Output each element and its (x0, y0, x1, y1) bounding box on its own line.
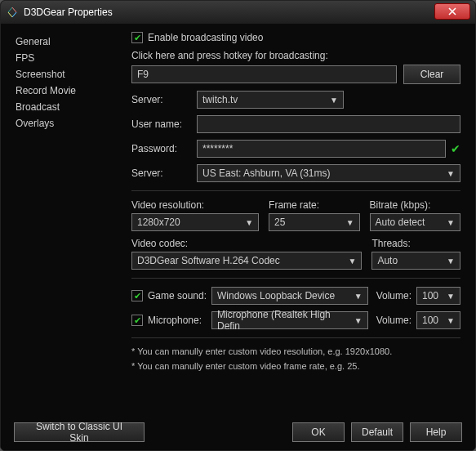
video-codec-select[interactable]: D3DGear Software H.264 Codec▼ (131, 252, 362, 270)
threads-label: Threads: (371, 238, 460, 249)
ok-button[interactable]: OK (292, 422, 345, 442)
hotkey-input[interactable] (131, 65, 397, 83)
video-resolution-select[interactable]: 1280x720▼ (131, 213, 259, 231)
username-label: User name: (131, 118, 197, 130)
app-icon (6, 6, 19, 19)
server-region-select[interactable]: US East: Ashburn, VA (31ms)▼ (197, 164, 460, 182)
game-sound-checkbox[interactable] (131, 290, 143, 301)
sidebar-item-broadcast[interactable]: Broadcast (16, 99, 123, 115)
bitrate-label: Bitrate (kbps): (370, 199, 460, 211)
server-select[interactable]: twitch.tv▼ (197, 91, 344, 109)
microphone-device-select[interactable]: Microphone (Realtek High Defin▼ (211, 311, 368, 329)
sidebar-item-record-movie[interactable]: Record Movie (16, 83, 123, 99)
sidebar-item-screenshot[interactable]: Screenshot (16, 66, 123, 83)
server2-label: Server: (131, 167, 197, 179)
microphone-checkbox[interactable] (131, 315, 143, 326)
sidebar: General FPS Screenshot Record Movie Broa… (1, 24, 131, 414)
default-button[interactable]: Default (351, 422, 403, 442)
clear-button[interactable]: Clear (403, 65, 460, 84)
password-label: Password: (131, 143, 197, 154)
frame-rate-label: Frame rate: (269, 199, 359, 211)
chevron-down-icon: ▼ (447, 292, 455, 301)
mic-volume-label: Volume: (376, 315, 411, 326)
chevron-down-icon: ▼ (447, 257, 455, 266)
game-sound-label: Game sound: (148, 290, 211, 301)
password-valid-icon: ✔ (451, 142, 460, 155)
close-button[interactable] (434, 3, 470, 20)
note-framerate: * You can manully enter custom video fra… (131, 361, 460, 371)
chevron-down-icon: ▼ (447, 316, 455, 325)
username-input[interactable] (197, 115, 460, 133)
chevron-down-icon: ▼ (354, 292, 363, 301)
game-sound-device-select[interactable]: Windows Loopback Device▼ (211, 287, 368, 305)
window-title: D3DGear Properties (24, 7, 113, 18)
help-button[interactable]: Help (410, 422, 462, 442)
chevron-down-icon: ▼ (245, 218, 253, 227)
server-label: Server: (131, 94, 197, 105)
sidebar-item-fps[interactable]: FPS (16, 50, 123, 66)
video-codec-label: Video codec: (131, 238, 362, 249)
titlebar: D3DGear Properties (1, 1, 475, 24)
switch-skin-button[interactable]: Switch to Classic UI Skin (14, 422, 145, 442)
game-volume-label: Volume: (376, 290, 411, 301)
chevron-down-icon: ▼ (330, 96, 338, 105)
chevron-down-icon: ▼ (447, 218, 455, 227)
chevron-down-icon: ▼ (354, 316, 363, 325)
chevron-down-icon: ▼ (348, 257, 356, 266)
mic-volume-select[interactable]: 100▼ (416, 311, 460, 329)
video-resolution-label: Video resolution: (131, 199, 259, 211)
hotkey-prompt: Click here and press hotkey for broadcas… (131, 50, 460, 61)
bitrate-select[interactable]: Auto detect▼ (370, 213, 460, 231)
frame-rate-select[interactable]: 25▼ (269, 213, 359, 231)
enable-broadcast-checkbox[interactable] (131, 32, 143, 43)
footer: Switch to Classic UI Skin OK Default Hel… (1, 414, 475, 450)
password-input[interactable] (197, 140, 446, 158)
sidebar-item-overlays[interactable]: Overlays (16, 115, 123, 132)
game-volume-select[interactable]: 100▼ (416, 287, 460, 305)
enable-broadcast-label: Enable broadcasting video (148, 32, 263, 43)
chevron-down-icon: ▼ (447, 169, 455, 178)
main-panel: Enable broadcasting video Click here and… (131, 24, 475, 414)
threads-select[interactable]: Auto▼ (371, 252, 460, 270)
note-resolution: * You can manully enter custom video res… (131, 346, 460, 356)
chevron-down-icon: ▼ (346, 218, 354, 227)
sidebar-item-general[interactable]: General (16, 33, 123, 50)
microphone-label: Microphone: (148, 315, 211, 326)
